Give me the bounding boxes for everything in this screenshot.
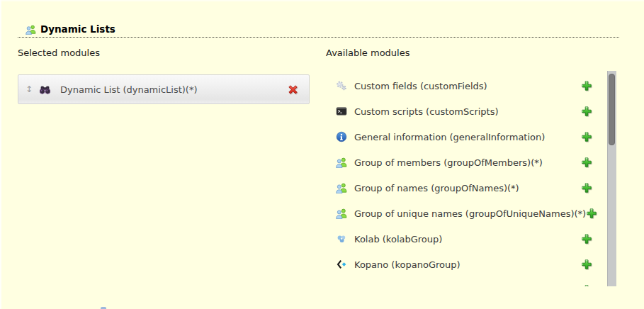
section-divider bbox=[18, 37, 619, 38]
add-module-button[interactable] bbox=[581, 131, 592, 142]
panel-left-edge bbox=[0, 0, 1, 309]
module-row: Custom scripts (customScripts) bbox=[326, 99, 618, 124]
plus-icon bbox=[581, 284, 592, 286]
module-label: General information (generalInformation) bbox=[354, 132, 545, 142]
module-row: Custom fields (customFields) bbox=[326, 73, 618, 99]
plus-icon bbox=[586, 208, 597, 219]
panel-top-edge bbox=[0, 0, 644, 1]
module-row: Kolab (kolabGroup) bbox=[326, 226, 618, 252]
terminal-icon bbox=[336, 106, 347, 117]
add-module-button[interactable] bbox=[581, 182, 592, 193]
module-label: Custom fields (customFields) bbox=[354, 81, 487, 91]
module-row-partial bbox=[326, 277, 618, 286]
selected-module-row: ↕ Dynamic List (dynamicList)(*) bbox=[18, 74, 310, 104]
module-label: Group of unique names (groupOfUniqueName… bbox=[354, 208, 586, 219]
add-module-button[interactable] bbox=[586, 208, 597, 219]
module-label: Kolab (kolabGroup) bbox=[354, 234, 442, 245]
kolab-icon bbox=[336, 233, 347, 245]
add-module-button[interactable] bbox=[581, 157, 592, 168]
gears-icon bbox=[336, 80, 347, 91]
group-icon bbox=[336, 157, 347, 168]
module-row: General information (generalInformation) bbox=[326, 124, 618, 150]
plus-icon bbox=[581, 80, 592, 91]
add-module-button[interactable] bbox=[581, 233, 592, 245]
plus-icon bbox=[581, 131, 592, 142]
selected-modules-list: ↕ Dynamic List (dynamicList)(*) bbox=[18, 74, 310, 104]
plus-icon bbox=[581, 106, 592, 117]
section-header: Dynamic Lists bbox=[26, 23, 115, 35]
selected-module-label: Dynamic List (dynamicList)(*) bbox=[60, 84, 197, 95]
module-row: Group of members (groupOfMembers)(*) bbox=[326, 150, 618, 175]
remove-module-button[interactable] bbox=[286, 83, 300, 96]
info-icon bbox=[336, 131, 347, 142]
group-icon bbox=[336, 182, 347, 193]
add-module-button[interactable] bbox=[581, 106, 592, 117]
plus-icon bbox=[581, 157, 592, 168]
module-row: Kopano (kopanoGroup) bbox=[326, 252, 618, 277]
module-label: Group of names (groupOfNames)(*) bbox=[354, 183, 519, 193]
plus-icon bbox=[581, 259, 592, 270]
module-label: Custom scripts (customScripts) bbox=[354, 106, 499, 117]
drag-handle-icon[interactable]: ↕ bbox=[26, 85, 33, 94]
available-modules-list: Custom fields (customFields) Custom scri… bbox=[326, 71, 618, 286]
selected-modules-label: Selected modules bbox=[18, 47, 100, 58]
module-row: Group of unique names (groupOfUniqueName… bbox=[326, 201, 618, 226]
page-title: Dynamic Lists bbox=[40, 23, 115, 35]
binoculars-icon bbox=[39, 84, 51, 96]
module-label: Group of members (groupOfMembers)(*) bbox=[354, 157, 543, 168]
group-icon bbox=[336, 208, 347, 219]
add-module-button[interactable] bbox=[581, 80, 592, 91]
module-row: Group of names (groupOfNames)(*) bbox=[326, 175, 618, 201]
kopano-icon bbox=[336, 259, 347, 270]
available-modules-label: Available modules bbox=[326, 47, 409, 58]
add-module-button[interactable] bbox=[581, 284, 592, 286]
group-icon bbox=[26, 24, 36, 35]
module-label: Kopano (kopanoGroup) bbox=[354, 259, 461, 270]
scrollbar-thumb[interactable] bbox=[609, 74, 615, 145]
plus-icon bbox=[581, 233, 592, 245]
delete-x-icon bbox=[286, 83, 300, 96]
add-module-button[interactable] bbox=[581, 259, 592, 270]
scrollbar-track[interactable] bbox=[607, 71, 616, 286]
plus-icon bbox=[581, 182, 592, 193]
